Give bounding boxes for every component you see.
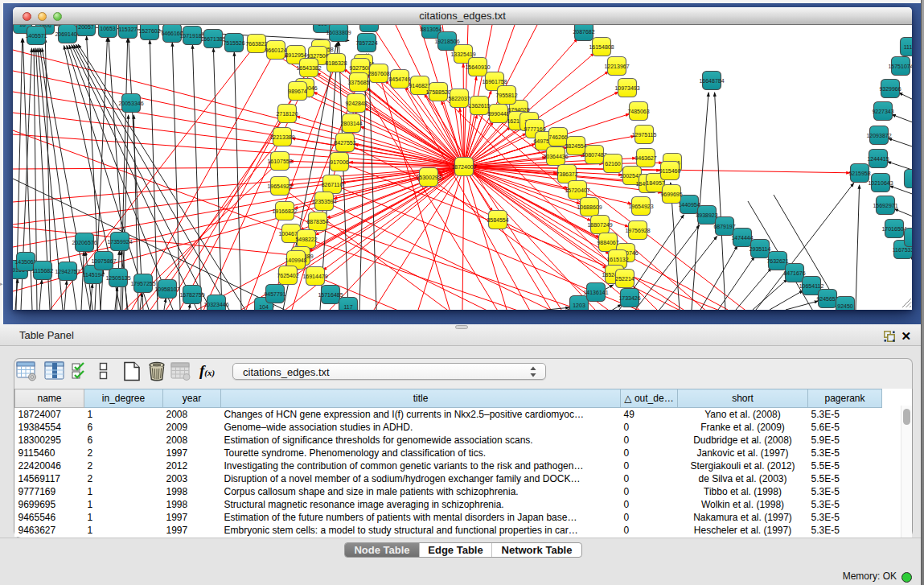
svg-text:5215958: 5215958 [848, 171, 870, 176]
svg-text:115327: 115327 [119, 27, 138, 32]
svg-text:1440954: 1440954 [678, 202, 700, 208]
svg-text:184957: 184957 [646, 180, 664, 186]
svg-text:17588520: 17588520 [425, 89, 450, 95]
svg-text:10210643: 10210643 [868, 180, 893, 186]
svg-text:2087682: 2087682 [573, 29, 594, 35]
svg-text:9457791: 9457791 [264, 291, 285, 297]
svg-text:8267110: 8267110 [322, 182, 343, 187]
svg-text:16154808: 16154808 [589, 44, 614, 50]
svg-text:12975115: 12975115 [632, 132, 657, 138]
svg-text:5498222: 5498222 [295, 237, 317, 242]
svg-text:252214: 252214 [615, 276, 634, 282]
svg-text:2935114: 2935114 [749, 246, 771, 252]
svg-text:15640910: 15640910 [465, 64, 490, 70]
svg-text:12213389: 12213389 [269, 134, 294, 140]
svg-text:12505135: 12505135 [105, 275, 130, 281]
svg-text:18724007: 18724007 [451, 164, 476, 170]
svg-text:9327506: 9327506 [306, 53, 328, 59]
svg-text:1112: 1112 [904, 44, 912, 50]
svg-text:16671385: 16671385 [200, 36, 225, 42]
svg-text:109: 109 [318, 25, 327, 27]
svg-text:1244415: 1244415 [867, 156, 889, 162]
svg-text:16033809: 16033809 [326, 30, 351, 35]
svg-text:7632621: 7632621 [766, 258, 788, 264]
svg-text:989674: 989674 [288, 89, 306, 94]
svg-text:746266: 746266 [548, 134, 567, 140]
svg-text:1145194: 1145194 [83, 272, 105, 278]
svg-text:1615132: 1615132 [606, 257, 628, 262]
svg-text:8471676: 8471676 [783, 270, 805, 276]
svg-text:7485063: 7485063 [627, 109, 649, 114]
svg-text:12093872: 12093872 [866, 133, 891, 138]
svg-text:9327508: 9327508 [349, 65, 371, 71]
svg-text:12353594: 12353594 [311, 199, 336, 204]
svg-text:12942757: 12942757 [55, 269, 80, 274]
svg-text:16782759: 16782759 [179, 292, 204, 298]
svg-text:10654112: 10654112 [799, 283, 824, 289]
svg-text:9329966: 9329966 [879, 86, 901, 92]
svg-text:2718120: 2718120 [276, 111, 298, 117]
svg-text:1115682: 1115682 [32, 268, 53, 274]
svg-text:19654925: 19654925 [267, 183, 292, 189]
svg-text:15751074: 15751074 [888, 64, 912, 69]
svg-text:10973493: 10973493 [614, 85, 639, 91]
svg-text:2803144: 2803144 [340, 121, 362, 126]
svg-text:9699695: 9699695 [660, 192, 682, 197]
svg-text:5822037: 5822037 [448, 96, 470, 101]
svg-text:15300293: 15300293 [416, 175, 441, 180]
svg-text:17016504: 17016504 [881, 226, 906, 232]
svg-text:17957255: 17957255 [130, 281, 155, 286]
svg-text:3584554: 3584554 [487, 217, 508, 223]
svg-text:10958107: 10958107 [154, 286, 179, 292]
svg-text:16648784: 16648784 [699, 78, 724, 84]
svg-text:15720407: 15720407 [565, 187, 589, 193]
svg-text:14136141: 14136141 [583, 290, 608, 295]
svg-text:8813054: 8813054 [420, 27, 441, 32]
svg-text:7857224: 7857224 [355, 40, 377, 46]
svg-text:1409948: 1409948 [285, 257, 306, 263]
svg-text:16107552: 16107552 [267, 159, 292, 164]
svg-text:3375685: 3375685 [347, 80, 369, 85]
svg-text:1474444: 1474444 [731, 235, 753, 241]
svg-text:17359924: 17359924 [107, 239, 132, 245]
svg-text:917006: 917006 [330, 159, 348, 165]
svg-text:117: 117 [343, 304, 352, 310]
svg-text:18807249: 18807249 [587, 222, 612, 228]
svg-text:9146821: 9146821 [409, 83, 430, 89]
svg-text:8454749: 8454749 [388, 76, 410, 82]
svg-text:7663822: 7663822 [245, 41, 267, 47]
svg-text:9884067: 9884067 [597, 240, 618, 245]
svg-text:9245652: 9245652 [816, 296, 838, 302]
svg-text:1362615: 1362615 [468, 103, 490, 109]
svg-text:9660124: 9660124 [265, 47, 286, 53]
svg-text:9777169: 9777169 [524, 126, 545, 132]
svg-text:15692971: 15692971 [873, 203, 897, 208]
svg-text:20053346: 20053346 [118, 101, 143, 106]
svg-text:6879197: 6879197 [713, 224, 735, 229]
svg-text:8878354: 8878354 [306, 219, 328, 225]
svg-text:8990448: 8990448 [487, 111, 509, 117]
svg-text:2867608: 2867608 [368, 71, 389, 76]
svg-text:62160: 62160 [605, 161, 621, 167]
svg-text:10975867: 10975867 [91, 258, 116, 264]
svg-text:8938923: 8938923 [696, 212, 717, 218]
svg-text:19218506: 19218506 [434, 39, 459, 44]
svg-text:7955812: 7955812 [495, 93, 517, 98]
svg-text:7625402: 7625402 [277, 273, 298, 278]
svg-text:9115460: 9115460 [659, 168, 681, 174]
svg-text:7515526: 7515526 [223, 40, 244, 46]
svg-text:8912954: 8912954 [285, 52, 306, 58]
svg-text:10807487: 10807487 [581, 152, 606, 158]
svg-text:1733426: 1733426 [618, 295, 640, 301]
svg-text:9242848: 9242848 [345, 101, 367, 106]
svg-text:10688609: 10688609 [577, 204, 602, 210]
svg-text:1405571: 1405571 [25, 33, 47, 39]
svg-text:86: 86 [366, 25, 372, 26]
svg-text:20206576: 20206576 [72, 240, 97, 245]
svg-text:19166822: 19166822 [272, 208, 297, 214]
svg-text:1167533: 1167533 [893, 247, 912, 253]
svg-text:20364436: 20364436 [543, 154, 568, 159]
svg-text:15716485: 15716485 [318, 292, 343, 298]
svg-text:1203: 1203 [573, 303, 585, 308]
svg-text:3824554: 3824554 [565, 143, 586, 149]
